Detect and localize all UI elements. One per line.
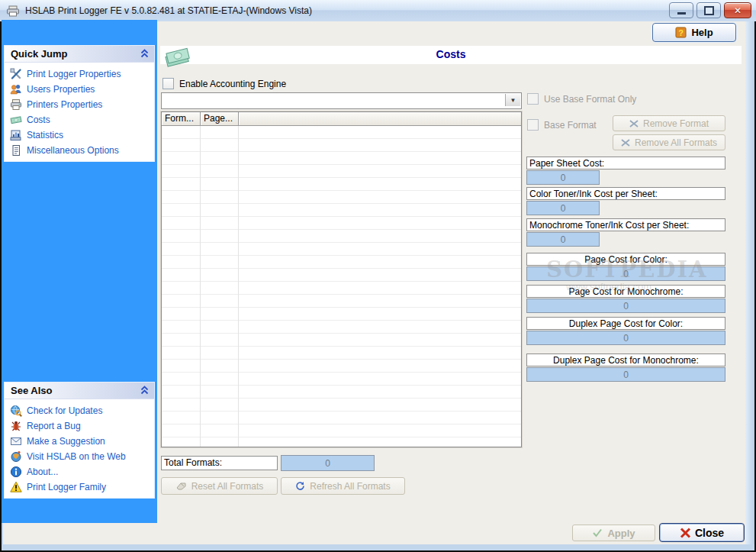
combobox-dropdown-button[interactable]: ▼ <box>505 94 520 106</box>
sidebar: Quick Jump Print Logger PropertiesUsers … <box>2 20 157 523</box>
cost-label-page-cost-for-monochrome: Page Cost for Monochrome: <box>526 285 725 298</box>
cost-label-color-toner-ink-cost-per-sheet: Color Toner/Ink Cost per Sheet: <box>526 187 725 200</box>
info-icon <box>10 466 22 478</box>
close-label: Close <box>695 527 724 539</box>
chevron-double-up-icon[interactable] <box>140 386 149 395</box>
money-icon <box>10 114 22 126</box>
sidebar-item-label: Statistics <box>27 130 63 140</box>
sidebar-item-check-for-updates[interactable]: Check for Updates <box>5 403 154 418</box>
sidebar-item-print-logger-properties[interactable]: Print Logger Properties <box>5 66 154 82</box>
cost-fields-panel: Paper Sheet Cost:0Color Toner/Ink Cost p… <box>526 0 725 552</box>
see-also-title: See Also <box>11 385 52 396</box>
money-icon-large <box>163 47 191 71</box>
cost-input-page-cost-for-monochrome[interactable]: 0 <box>526 299 725 313</box>
close-icon: ✕ <box>734 5 742 16</box>
see-also-header[interactable]: See Also <box>5 383 154 399</box>
column-header[interactable]: Form... <box>162 112 201 125</box>
cost-input-color-toner-ink-cost-per-sheet[interactable]: 0 <box>526 201 600 215</box>
sidebar-item-label: Print Logger Properties <box>27 69 121 79</box>
formats-table-body[interactable] <box>162 126 521 447</box>
quick-jump-header[interactable]: Quick Jump <box>5 46 154 63</box>
apply-check-icon <box>592 528 603 537</box>
cost-label-page-cost-for-color: Page Cost for Color: <box>526 253 725 266</box>
cost-label-duplex-page-cost-for-monochrome: Duplex Page Cost for Monochrome: <box>526 353 725 366</box>
chevron-down-icon: ▼ <box>510 97 516 104</box>
reset-all-formats-button[interactable]: Reset All Formats <box>161 477 278 495</box>
enable-accounting-checkbox[interactable] <box>162 78 174 89</box>
cost-input-paper-sheet-cost[interactable]: 0 <box>526 170 600 185</box>
printer-app-icon <box>6 5 20 17</box>
apply-button[interactable]: Apply <box>572 525 655 541</box>
tools-icon <box>10 68 22 80</box>
bug-icon <box>10 420 22 432</box>
cost-label-monochrome-toner-ink-cost-per-sheet: Monochrome Toner/Ink Cost per Sheet: <box>526 218 725 231</box>
globe-search-icon <box>10 405 22 417</box>
column-header[interactable]: Page... <box>201 112 239 125</box>
sidebar-item-statistics[interactable]: Statistics <box>5 128 154 143</box>
warning-icon <box>10 481 22 493</box>
enable-accounting-label: Enable Accounting Engine <box>179 79 286 89</box>
close-window-button[interactable]: ✕ <box>724 2 751 18</box>
sidebar-item-label: Printers Properties <box>27 99 102 110</box>
sidebar-item-costs[interactable]: Costs <box>5 112 154 128</box>
sidebar-item-make-a-suggestion[interactable]: Make a Suggestion <box>5 434 154 449</box>
sidebar-item-users-properties[interactable]: Users Properties <box>5 82 154 97</box>
sidebar-item-label: About... <box>27 466 58 477</box>
reset-icon <box>175 481 187 491</box>
sidebar-item-label: Report a Bug <box>27 421 81 431</box>
refresh-icon <box>295 481 305 491</box>
cost-input-duplex-page-cost-for-color[interactable]: 0 <box>526 331 725 345</box>
mail-icon <box>10 435 22 447</box>
cost-input-duplex-page-cost-for-monochrome[interactable]: 0 <box>526 367 725 382</box>
total-formats-value: 0 <box>281 455 375 471</box>
application-window: HSLAB Print Logger FE v 5.0.82.481 at ST… <box>0 0 756 552</box>
sidebar-item-label: Visit HSLAB on the Web <box>27 451 126 462</box>
total-formats-label-box: Total Formats: <box>161 456 278 470</box>
cost-input-monochrome-toner-ink-cost-per-sheet[interactable]: 0 <box>526 232 600 247</box>
enable-accounting-row: Enable Accounting Engine <box>162 78 286 89</box>
quick-jump-title: Quick Jump <box>11 48 67 60</box>
apply-label: Apply <box>607 528 635 539</box>
format-combobox[interactable]: ▼ <box>161 92 522 109</box>
reset-all-formats-label: Reset All Formats <box>191 481 264 492</box>
see-also-panel: See Also Check for UpdatesReport a BugMa… <box>5 383 154 498</box>
chevron-double-up-icon[interactable] <box>140 49 149 58</box>
sidebar-item-label: Miscellaneous Options <box>27 145 119 156</box>
window-frame-right <box>745 21 754 544</box>
document-icon <box>10 144 22 157</box>
sidebar-item-report-a-bug[interactable]: Report a Bug <box>5 418 154 434</box>
cost-label-duplex-page-cost-for-color: Duplex Page Cost for Color: <box>526 317 725 330</box>
refresh-all-formats-button[interactable]: Refresh All Formats <box>281 477 405 495</box>
cost-label-paper-sheet-cost: Paper Sheet Cost: <box>526 157 725 169</box>
web-icon <box>10 450 22 463</box>
quick-jump-panel: Quick Jump Print Logger PropertiesUsers … <box>5 46 154 161</box>
column-header-filler <box>239 112 521 125</box>
cost-input-page-cost-for-color[interactable]: 0 <box>526 266 725 281</box>
formats-table-header: Form...Page... <box>162 112 521 126</box>
sidebar-item-visit-hslab-on-the-web[interactable]: Visit HSLAB on the Web <box>5 449 154 464</box>
sidebar-item-label: Make a Suggestion <box>27 436 105 447</box>
quick-jump-list: Print Logger PropertiesUsers PropertiesP… <box>5 63 154 161</box>
sidebar-item-printers-properties[interactable]: Printers Properties <box>5 97 154 112</box>
sidebar-item-label: Costs <box>27 115 50 125</box>
window-title: HSLAB Print Logger FE v 5.0.82.481 at ST… <box>25 5 312 16</box>
sidebar-item-label: Users Properties <box>27 84 95 95</box>
formats-table[interactable]: Form...Page... <box>161 111 522 447</box>
close-x-icon <box>680 528 691 538</box>
sidebar-item-label: Print Logger Family <box>27 482 106 492</box>
sidebar-item-about[interactable]: About... <box>5 464 154 479</box>
refresh-all-formats-label: Refresh All Formats <box>310 481 390 492</box>
sidebar-item-miscellaneous-options[interactable]: Miscellaneous Options <box>5 143 154 158</box>
statistics-icon <box>10 129 22 141</box>
see-also-list: Check for UpdatesReport a BugMake a Sugg… <box>5 399 154 498</box>
printer-icon <box>10 98 22 111</box>
users-icon <box>10 83 22 95</box>
sidebar-item-print-logger-family[interactable]: Print Logger Family <box>5 479 154 495</box>
close-button[interactable]: Close <box>659 523 745 542</box>
sidebar-item-label: Check for Updates <box>27 405 102 416</box>
